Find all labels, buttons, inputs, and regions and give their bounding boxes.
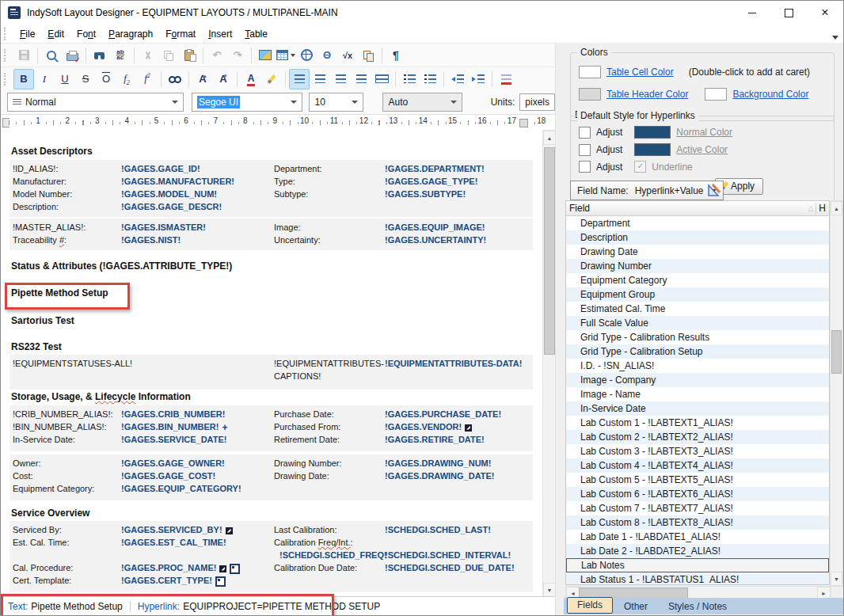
align-right-button[interactable] <box>330 69 351 89</box>
field-list-item[interactable]: Grid Type - Calibration Results <box>566 330 829 344</box>
field-list-item[interactable]: Lab Date 2 - !LABDATE2_ALIAS! <box>566 544 829 558</box>
menu-item[interactable]: Edit <box>41 27 70 41</box>
minimize-button[interactable] <box>734 2 770 24</box>
justify-button[interactable] <box>351 69 371 89</box>
replace-button[interactable]: abac <box>110 45 131 66</box>
highlight-button[interactable] <box>261 69 282 89</box>
field-token[interactable]: !GAGES.DRAWING_NUM! <box>385 457 533 470</box>
field-token[interactable]: !GAGES.VENDOR! <box>385 420 533 433</box>
field-token[interactable]: !GAGES.SERVICE_DATE! <box>121 433 274 446</box>
insert-symbol-button[interactable]: Θ <box>317 45 337 66</box>
panel-tab[interactable]: Fields <box>567 597 613 614</box>
edit-field-icon[interactable] <box>706 182 722 198</box>
field-list-item[interactable]: Lab Custom 8 - !LABTEXT8_ALIAS! <box>566 515 829 530</box>
justify-full-button[interactable] <box>371 69 392 89</box>
field-list-item[interactable]: Drawing Date <box>566 245 829 259</box>
field-list-item[interactable]: I.D. - !SN_ALIAS! <box>566 359 829 373</box>
field-token[interactable]: !GAGES.EQUIP_IMAGE! <box>385 221 533 234</box>
embed-icon[interactable] <box>215 576 226 587</box>
font-color-button[interactable]: A <box>241 69 261 89</box>
field-list-item[interactable]: Grid Type - Calibration Setup <box>566 344 829 359</box>
align-center-button[interactable] <box>310 69 330 89</box>
field-token[interactable]: !GAGES.PURCHASE_DATE! <box>385 408 533 420</box>
external-link-icon[interactable] <box>219 565 226 572</box>
field-token[interactable]: !GAGES.NIST! <box>121 234 274 246</box>
subscript-button[interactable]: f2 <box>116 69 137 89</box>
overline-button[interactable]: O <box>96 69 116 89</box>
toolbar-grip[interactable] <box>4 73 9 86</box>
scroll-down-icon[interactable]: ▼ <box>543 583 556 597</box>
field-token[interactable]: !GAGES.ISMASTER! <box>121 221 274 234</box>
menu-item[interactable]: Table <box>238 27 274 41</box>
field-list-item[interactable]: Estimated Cal. Time <box>566 302 829 316</box>
field-token[interactable]: !GAGES.GAGE_ID! <box>121 162 274 175</box>
menu-item[interactable]: Font <box>70 27 102 41</box>
copy-button[interactable] <box>158 45 179 66</box>
field-token[interactable]: !GAGES.SERVICED_BY! <box>121 523 274 536</box>
field-list-item[interactable]: Description <box>566 230 829 245</box>
field-token[interactable]: !GAGES.GAGE_DESCR! <box>121 200 274 213</box>
field-list-item[interactable]: Image - Company <box>566 373 829 387</box>
table-cell-color-swatch[interactable] <box>579 66 601 78</box>
field-token[interactable]: !GAGES.SUBTYPE! <box>385 188 533 200</box>
field-list-item[interactable]: Lab Date 1 - !LABDATE1_ALIAS! <box>566 530 829 544</box>
scroll-up-icon[interactable]: ▲ <box>543 131 556 145</box>
field-token[interactable]: !SCHEDGI.SCHED_DUE_DATE! <box>385 561 533 574</box>
save-button[interactable] <box>13 45 34 66</box>
reading-view-button[interactable] <box>165 69 185 89</box>
find-button[interactable] <box>89 45 110 66</box>
embed-icon[interactable] <box>230 564 240 574</box>
underline-checkbox[interactable]: ✓ <box>634 161 646 173</box>
print-button[interactable] <box>62 45 82 66</box>
undo-button[interactable]: ↶ <box>207 45 227 66</box>
menu-item[interactable]: Insert <box>202 27 238 41</box>
ruler[interactable]: 123456789101112131415161718 <box>1 115 551 131</box>
maximize-button[interactable] <box>770 2 807 24</box>
show-formatting-marks-button[interactable]: ¶ <box>386 45 406 66</box>
background-color-link[interactable]: Background Color <box>732 89 808 100</box>
field-list-item[interactable]: In-Service Date <box>566 401 829 416</box>
field-token[interactable]: !EQUIPMENTATTRIBUTES-DATA! <box>385 357 533 370</box>
field-list-item[interactable]: Lab Custom 6 - !LABTEXT6_ALIAS! <box>566 487 829 501</box>
scrollbar-thumb[interactable] <box>831 330 842 374</box>
font-family-select[interactable]: Segoe UI <box>192 93 302 112</box>
italic-button[interactable]: I <box>34 69 55 89</box>
field-list-item[interactable]: Lab Custom 3 - !LABTEXT3_ALIAS! <box>566 444 829 458</box>
field-list-item[interactable]: Equipment Category <box>566 273 829 287</box>
field-token[interactable]: !GAGES.CERT_TYPE! <box>121 574 274 587</box>
field-token[interactable]: !GAGES.DRAWING_DATE! <box>385 470 533 482</box>
field-token[interactable]: !GAGES.MODEL_NUM! <box>121 188 274 200</box>
adjust-normal-checkbox[interactable] <box>579 127 591 139</box>
toolbar-overflow-icon[interactable] <box>832 36 838 40</box>
field-token[interactable]: !GAGES.GAGE_COST! <box>121 470 274 482</box>
shrink-font-button[interactable]: A▼ <box>213 69 234 89</box>
field-token[interactable]: !GAGES.BIN_NUMBER!+ <box>121 420 274 433</box>
active-color-link[interactable]: Active Color <box>676 144 728 155</box>
add-icon[interactable]: + <box>222 424 227 432</box>
field-list-item[interactable]: Lab Custom 2 - !LABTEXT2_ALIAS! <box>566 430 829 444</box>
numbered-list-button[interactable] <box>420 69 440 89</box>
adjust-active-checkbox[interactable] <box>579 144 591 156</box>
panel-tab[interactable]: Other <box>614 599 657 614</box>
menu-item[interactable]: Format <box>159 27 202 41</box>
underline-button[interactable]: U <box>55 69 75 89</box>
bullet-list-button[interactable] <box>399 69 420 89</box>
superscript-button[interactable]: f2 <box>137 69 158 89</box>
paste-button[interactable] <box>179 45 200 66</box>
print-preview-button[interactable] <box>41 45 62 66</box>
menu-item[interactable]: Paragraph <box>102 27 159 41</box>
field-token[interactable]: !SCHEDGI.SCHED_LAST! <box>385 523 533 536</box>
background-color-swatch[interactable] <box>705 88 727 101</box>
cut-button[interactable] <box>138 45 158 66</box>
insert-table-button[interactable] <box>276 45 296 66</box>
field-list-item[interactable]: Lab Custom 7 - !LABTEXT7_ALIAS! <box>566 501 829 515</box>
scrollbar-thumb[interactable] <box>544 147 555 355</box>
increase-indent-button[interactable] <box>468 69 489 89</box>
font-size-select[interactable]: 10 <box>309 93 363 112</box>
field-list-item[interactable]: Image - Name <box>566 387 829 401</box>
field-token[interactable]: !GAGES.UNCERTAINTY! <box>385 234 533 246</box>
field-list-item[interactable]: Department <box>566 216 829 230</box>
field-name-select[interactable]: Field Name: Hyperlink+Value <box>570 181 724 200</box>
align-left-button[interactable] <box>289 69 310 89</box>
active-color-swatch[interactable] <box>634 143 671 156</box>
